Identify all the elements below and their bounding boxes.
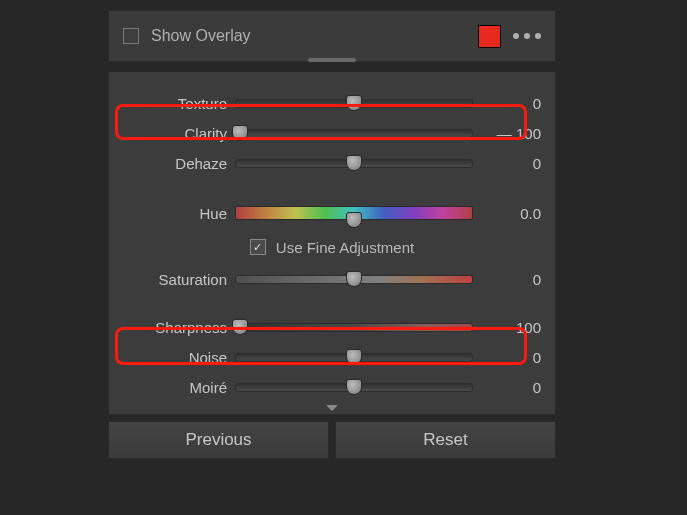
noise-slider[interactable] — [235, 350, 473, 364]
moire-slider[interactable] — [235, 380, 473, 394]
noise-row: Noise 0 — [123, 342, 541, 372]
clarity-slider[interactable] — [235, 126, 473, 140]
more-options-icon[interactable] — [513, 33, 541, 39]
clarity-row: Clarity — 100 — [123, 118, 541, 148]
sharpness-slider[interactable] — [235, 320, 473, 334]
show-overlay-label: Show Overlay — [151, 27, 478, 45]
texture-slider[interactable] — [235, 96, 473, 110]
hue-row: Hue 0.0 — [123, 196, 541, 230]
reset-button[interactable]: Reset — [335, 421, 556, 459]
scroll-down-icon[interactable] — [326, 405, 338, 411]
texture-value[interactable]: 0 — [473, 95, 541, 112]
dehaze-slider[interactable] — [235, 156, 473, 170]
clarity-value[interactable]: — 100 — [473, 125, 541, 142]
sharpness-label: Sharpness — [123, 319, 235, 336]
sharpness-row: Sharpness — 100 — [123, 312, 541, 342]
dehaze-label: Dehaze — [123, 155, 235, 172]
texture-label: Texture — [123, 95, 235, 112]
noise-value[interactable]: 0 — [473, 349, 541, 366]
hue-label: Hue — [123, 205, 235, 222]
hue-value[interactable]: 0.0 — [473, 205, 541, 222]
fine-adjustment-row: ✓ Use Fine Adjustment — [123, 230, 541, 264]
footer-buttons: Previous Reset — [108, 421, 556, 459]
drag-handle-icon[interactable] — [308, 58, 356, 62]
overlay-color-swatch[interactable] — [478, 25, 501, 48]
moire-row: Moiré 0 — [123, 372, 541, 402]
dehaze-row: Dehaze 0 — [123, 148, 541, 178]
clarity-label: Clarity — [123, 125, 235, 142]
saturation-label: Saturation — [123, 271, 235, 288]
fine-adjustment-checkbox[interactable]: ✓ — [250, 239, 266, 255]
fine-adjustment-label: Use Fine Adjustment — [276, 239, 414, 256]
texture-row: Texture 0 — [123, 88, 541, 118]
saturation-row: Saturation 0 — [123, 264, 541, 294]
saturation-value[interactable]: 0 — [473, 271, 541, 288]
sharpness-value[interactable]: — 100 — [473, 319, 541, 336]
previous-button[interactable]: Previous — [108, 421, 329, 459]
show-overlay-checkbox[interactable] — [123, 28, 139, 44]
moire-label: Moiré — [123, 379, 235, 396]
dehaze-value[interactable]: 0 — [473, 155, 541, 172]
noise-label: Noise — [123, 349, 235, 366]
panel-header: Show Overlay — [108, 10, 556, 62]
adjustments-panel: Texture 0 Clarity — 100 Dehaze 0 — [108, 72, 556, 415]
moire-value[interactable]: 0 — [473, 379, 541, 396]
saturation-slider[interactable] — [235, 272, 473, 286]
hue-slider[interactable] — [235, 206, 473, 220]
